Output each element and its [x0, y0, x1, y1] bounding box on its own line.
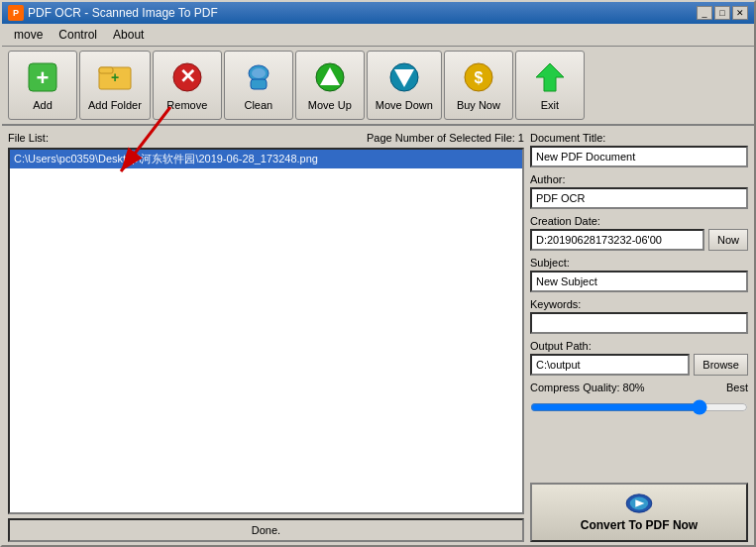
subject-label: Subject: — [530, 257, 748, 269]
status-text: Done. — [252, 524, 280, 536]
exit-button[interactable]: Exit — [515, 51, 585, 120]
add-button[interactable]: + Add — [8, 51, 77, 120]
app-icon: P — [8, 5, 24, 21]
quality-slider[interactable] — [530, 399, 748, 415]
slider-container — [530, 395, 748, 422]
window-controls: _ □ ✕ — [697, 6, 748, 20]
right-panel: Document Title: Author: Creation Date: N… — [530, 132, 748, 542]
add-folder-icon: + — [97, 59, 133, 95]
subject-group: Subject: — [530, 257, 748, 292]
exit-icon — [532, 59, 568, 95]
clean-icon — [241, 59, 276, 95]
document-title-input[interactable] — [530, 146, 748, 167]
buy-now-label: Buy Now — [457, 99, 500, 111]
menu-bar: move Control About — [2, 24, 754, 47]
move-up-icon — [312, 59, 348, 95]
svg-marker-16 — [536, 63, 564, 91]
quality-row: Compress Quality: 80% Best — [530, 382, 748, 393]
file-list-header: File List: Page Number of Selected File:… — [8, 132, 524, 144]
svg-point-8 — [252, 68, 266, 78]
window-title: PDF OCR - Scanned Image To PDF — [28, 6, 218, 20]
page-number-label: Page Number of Selected File: 1 — [367, 132, 524, 144]
menu-move[interactable]: move — [6, 26, 51, 44]
menu-about[interactable]: About — [105, 26, 152, 44]
move-down-label: Move Down — [376, 99, 433, 111]
output-path-input[interactable] — [530, 354, 690, 376]
svg-text:$: $ — [474, 69, 483, 86]
file-list-label: File List: — [8, 132, 49, 144]
add-label: Add — [33, 99, 53, 111]
file-item[interactable]: C:\Users\pc0359\Desktop\河东软件园\2019-06-28… — [10, 150, 522, 168]
file-list-box[interactable]: C:\Users\pc0359\Desktop\河东软件园\2019-06-28… — [8, 148, 524, 514]
convert-button[interactable]: Convert To PDF Now — [530, 483, 748, 542]
add-icon: + — [25, 59, 60, 95]
document-title-label: Document Title: — [530, 132, 748, 144]
add-folder-label: Add Folder — [88, 99, 142, 111]
output-path-group: Output Path: Browse — [530, 340, 748, 376]
creation-date-row: Now — [530, 229, 748, 251]
author-group: Author: — [530, 173, 748, 209]
convert-label: Convert To PDF Now — [581, 518, 698, 532]
creation-date-label: Creation Date: — [530, 215, 748, 227]
compress-quality-group: Compress Quality: 80% Best — [530, 382, 748, 422]
svg-text:✕: ✕ — [178, 65, 195, 87]
output-path-label: Output Path: — [530, 340, 748, 352]
maximize-button[interactable]: □ — [714, 6, 730, 20]
keywords-input[interactable] — [530, 312, 748, 334]
output-path-row: Browse — [530, 354, 748, 376]
exit-label: Exit — [541, 99, 559, 111]
move-down-icon — [386, 59, 422, 95]
left-panel: File List: Page Number of Selected File:… — [8, 132, 524, 542]
buy-now-icon: $ — [461, 59, 496, 95]
minimize-button[interactable]: _ — [697, 6, 712, 20]
clean-button[interactable]: Clean — [224, 51, 293, 120]
author-input[interactable] — [530, 187, 748, 209]
author-label: Author: — [530, 173, 748, 185]
browse-button[interactable]: Browse — [694, 354, 748, 376]
clean-label: Clean — [244, 99, 272, 111]
now-button[interactable]: Now — [708, 229, 748, 251]
compress-label: Compress Quality: 80% — [530, 382, 645, 393]
status-bar: Done. — [8, 518, 524, 542]
remove-button[interactable]: ✕ Remove — [153, 51, 222, 120]
document-title-group: Document Title: — [530, 132, 748, 167]
move-down-button[interactable]: Move Down — [367, 51, 442, 120]
move-up-label: Move Up — [308, 99, 352, 111]
main-content: File List: Page Number of Selected File:… — [2, 126, 754, 547]
close-button[interactable]: ✕ — [732, 6, 748, 20]
creation-date-input[interactable] — [530, 229, 704, 251]
convert-icon — [623, 492, 655, 514]
best-label: Best — [726, 382, 748, 393]
title-bar: P PDF OCR - Scanned Image To PDF _ □ ✕ — [2, 2, 754, 24]
toolbar: + Add + Add Folder ✕ — [2, 47, 754, 126]
add-folder-button[interactable]: + Add Folder — [79, 51, 151, 120]
menu-control[interactable]: Control — [51, 26, 105, 44]
keywords-label: Keywords: — [530, 298, 748, 310]
buy-now-button[interactable]: $ Buy Now — [444, 51, 513, 120]
move-up-button[interactable]: Move Up — [295, 51, 365, 120]
keywords-group: Keywords: — [530, 298, 748, 334]
remove-icon: ✕ — [169, 59, 205, 95]
svg-text:+: + — [37, 65, 50, 90]
svg-text:+: + — [111, 69, 119, 85]
svg-rect-9 — [251, 79, 267, 89]
subject-input[interactable] — [530, 271, 748, 292]
creation-date-group: Creation Date: Now — [530, 215, 748, 251]
remove-label: Remove — [166, 99, 207, 111]
